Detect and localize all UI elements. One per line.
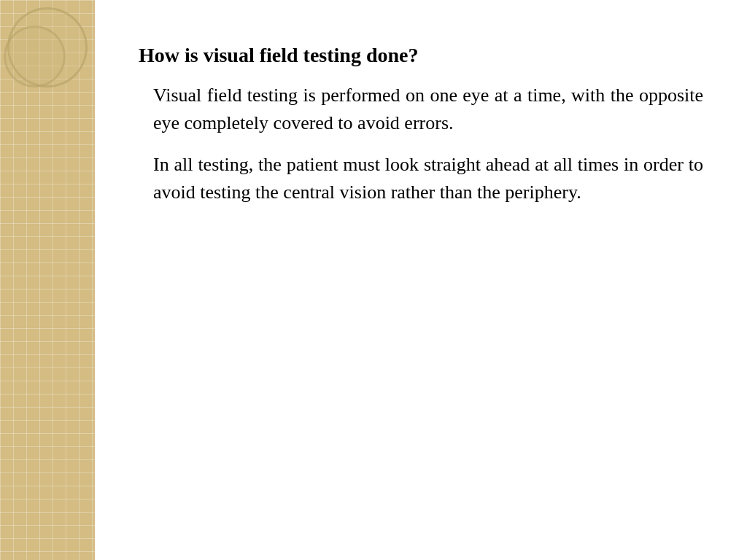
paragraph-2: In all testing, the patient must look st… bbox=[139, 151, 703, 206]
paragraph-1: Visual field testing is performed on one… bbox=[139, 82, 703, 136]
decorative-circle-inner bbox=[4, 26, 66, 88]
sidebar bbox=[0, 0, 95, 560]
main-content: How is visual field testing done? Visual… bbox=[95, 0, 747, 560]
slide-title: How is visual field testing done? bbox=[139, 44, 703, 67]
